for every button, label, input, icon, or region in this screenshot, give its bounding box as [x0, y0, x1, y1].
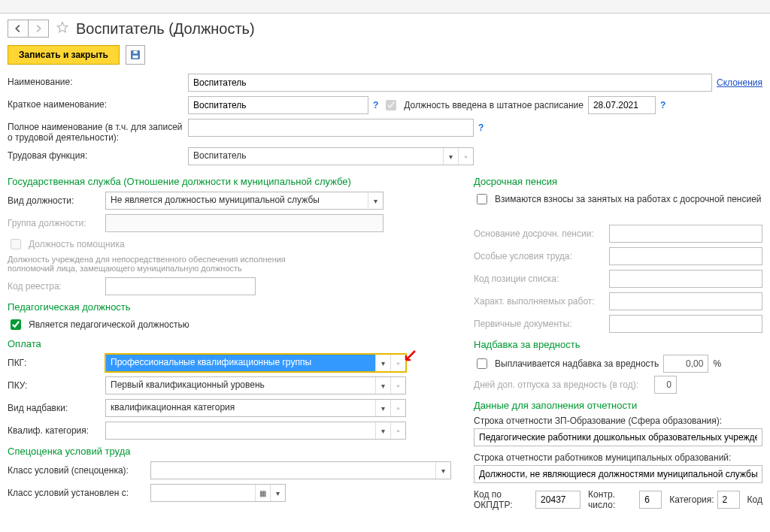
helper-position-label: Должность помощника	[29, 239, 125, 249]
open-button[interactable]: ▫	[390, 355, 405, 371]
staff-date-help[interactable]: ?	[660, 100, 665, 110]
report-line-mun-label: Строка отчетности работников муниципальн…	[474, 452, 762, 463]
pku-combo[interactable]: Первый квалификационный уровень ▾ ▫	[105, 376, 406, 394]
pension-basis-input	[609, 225, 762, 243]
ped-heading: Педагогическая должность	[8, 301, 451, 313]
open-button[interactable]: ▫	[390, 377, 405, 394]
allowance-kind-value: квалификационная категория	[106, 400, 375, 416]
dropdown-button[interactable]: ▾	[435, 462, 450, 479]
labor-func-value: Воспитатель	[189, 148, 443, 165]
dropdown-button[interactable]: ▾	[368, 192, 383, 209]
dropdown-button[interactable]: ▾	[270, 485, 285, 501]
check-num-input[interactable]	[639, 491, 662, 509]
helper-position-desc: Должность учреждена для непосредственног…	[8, 255, 308, 273]
nav-back-button[interactable]	[8, 20, 29, 38]
staff-date-input[interactable]	[588, 96, 656, 114]
hazard-value-input	[663, 355, 708, 373]
open-button[interactable]: ▫	[458, 148, 473, 165]
is-ped-checkbox[interactable]	[11, 319, 21, 330]
open-button[interactable]: ▫	[390, 400, 405, 416]
open-button[interactable]: ▫	[390, 422, 405, 439]
sout-class-label: Класс условий (спецоценка):	[8, 465, 150, 476]
dropdown-button[interactable]: ▾	[375, 422, 390, 439]
pension-basis-label: Основание досрочн. пенсии:	[474, 228, 609, 239]
sout-class-set-date[interactable]: ▦ ▾	[150, 484, 286, 502]
star-icon	[55, 20, 70, 35]
work-char-input	[609, 292, 762, 310]
qual-category-combo[interactable]: ▾ ▫	[105, 422, 406, 440]
pkg-label: ПКГ:	[8, 358, 105, 368]
dropdown-button[interactable]: ▾	[375, 400, 390, 416]
category-label: Категория:	[669, 494, 714, 505]
calendar-button[interactable]: ▦	[255, 485, 270, 501]
helper-position-checkbox	[11, 239, 21, 249]
in-staff-label: Должность введена в штатное расписание	[404, 100, 584, 110]
svg-rect-1	[133, 51, 137, 54]
hazard-paid-label: Выплачивается надбавка за вредность	[495, 358, 659, 369]
dropdown-button[interactable]: ▾	[375, 355, 390, 371]
full-name-help[interactable]: ?	[478, 122, 484, 133]
full-name-input[interactable]	[188, 119, 474, 137]
dropdown-button[interactable]: ▾	[375, 377, 390, 394]
report-line-edu-input[interactable]	[474, 428, 762, 446]
full-name-label: Полное наименование (в т.ч. для записей …	[8, 119, 188, 143]
save-button[interactable]	[126, 45, 145, 65]
sout-class-combo[interactable]: ▾	[150, 461, 451, 479]
floppy-icon	[130, 50, 141, 60]
declensions-link[interactable]: Склонения	[717, 77, 762, 88]
name-input[interactable]	[188, 74, 712, 92]
list-pos-label: Код позиции списка:	[474, 274, 609, 284]
tab-strip	[0, 0, 770, 14]
code-label: Код	[747, 494, 762, 505]
window: Воспитатель (Должность) Записать и закры…	[0, 0, 770, 522]
special-cond-input	[609, 247, 762, 265]
save-close-button[interactable]: Записать и закрыть	[8, 45, 120, 65]
registry-code-input	[105, 277, 256, 295]
allowance-kind-label: Вид надбавки:	[8, 403, 105, 413]
primary-docs-input	[609, 315, 762, 333]
toolbar: Записать и закрыть	[8, 45, 762, 65]
labor-func-combo[interactable]: Воспитатель ▾ ▫	[188, 147, 474, 165]
special-cond-label: Особые условия труда:	[474, 251, 609, 261]
qual-category-label: Квалиф. категория:	[8, 425, 105, 436]
dropdown-button[interactable]: ▾	[443, 148, 458, 165]
name-label: Наименование:	[8, 74, 188, 87]
favorite-toggle[interactable]	[55, 20, 70, 38]
list-pos-input	[609, 270, 762, 288]
is-ped-label: Является педагогической должностью	[29, 319, 189, 330]
sout-class-set-label: Класс условий установлен с:	[8, 488, 150, 498]
work-char-label: Характ. выполняемых работ:	[474, 296, 609, 307]
short-name-help[interactable]: ?	[373, 100, 378, 110]
gov-heading: Государственная служба (Отношение должно…	[8, 176, 451, 187]
report-heading: Данные для заполнения отчетности	[474, 400, 762, 411]
svg-rect-2	[132, 56, 138, 59]
page-title: Воспитатель (Должность)	[76, 20, 255, 38]
labor-func-label: Трудовая функция:	[8, 147, 188, 161]
allowance-kind-combo[interactable]: квалификационная категория ▾ ▫	[105, 399, 406, 417]
pkg-combo[interactable]: Профессиональные квалификационные группы…	[105, 354, 406, 372]
short-name-input[interactable]	[188, 96, 368, 114]
hazard-paid-checkbox[interactable]	[477, 358, 487, 369]
position-kind-label: Вид должности:	[8, 195, 105, 206]
okpdtr-label: Код по ОКПДТР:	[474, 489, 532, 510]
in-staff-checkbox	[386, 100, 396, 110]
pension-contrib-label: Взимаются взносы за занятых на работах с…	[495, 194, 762, 204]
position-kind-combo[interactable]: Не является должностью муниципальной слу…	[105, 192, 383, 210]
primary-docs-label: Первичные документы:	[474, 319, 609, 329]
nav-forward-button[interactable]	[28, 20, 49, 38]
registry-code-label: Код реестра:	[8, 281, 105, 292]
position-kind-value: Не является должностью муниципальной слу…	[106, 192, 368, 209]
position-group-label: Группа должности:	[8, 218, 105, 228]
check-num-label: Контр. число:	[588, 489, 636, 510]
arrow-left-icon	[13, 23, 23, 34]
category-input[interactable]	[717, 491, 740, 509]
sout-heading: Спецоценка условий труда	[8, 446, 451, 457]
position-group-combo	[105, 214, 383, 232]
pay-heading: Оплата	[8, 338, 451, 349]
title-bar: Воспитатель (Должность)	[8, 14, 762, 45]
arrow-right-icon	[33, 23, 44, 34]
pension-contrib-checkbox[interactable]	[477, 194, 487, 204]
hazard-heading: Надбавка за вредность	[474, 339, 762, 350]
okpdtr-input[interactable]	[535, 491, 581, 509]
report-line-mun-input[interactable]	[474, 465, 762, 483]
